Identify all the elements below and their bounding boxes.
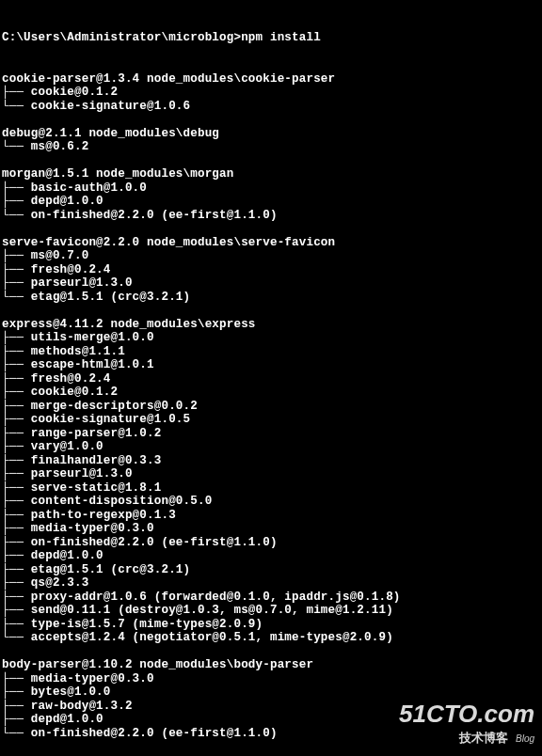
dep-line: └── accepts@1.2.4 (negotiator@0.5.1, mim… bbox=[2, 631, 540, 645]
package-header: express@4.11.2 node_modules\express bbox=[2, 318, 540, 332]
package-header: body-parser@1.10.2 node_modules\body-par… bbox=[2, 658, 540, 672]
command-prompt: C:\Users\Administrator\microblog>npm ins… bbox=[2, 31, 540, 45]
package-header: debug@2.1.1 node_modules\debug bbox=[2, 127, 540, 141]
dep-line: └── cookie-signature@1.0.6 bbox=[2, 100, 540, 114]
dep-line: ├── parseurl@1.3.0 bbox=[2, 467, 540, 481]
dep-line: ├── proxy-addr@1.0.6 (forwarded@0.1.0, i… bbox=[2, 591, 540, 605]
dep-line: ├── on-finished@2.2.0 (ee-first@1.1.0) bbox=[2, 536, 540, 550]
dep-line: └── on-finished@2.2.0 (ee-first@1.1.0) bbox=[2, 209, 540, 223]
dep-line: ├── methods@1.1.1 bbox=[2, 345, 540, 359]
dep-line: ├── media-typer@0.3.0 bbox=[2, 672, 540, 686]
dep-line: ├── cookie@0.1.2 bbox=[2, 86, 540, 100]
dep-line: ├── finalhandler@0.3.3 bbox=[2, 454, 540, 468]
terminal-output: C:\Users\Administrator\microblog>npm ins… bbox=[0, 0, 542, 756]
dep-line: ├── content-disposition@0.5.0 bbox=[2, 495, 540, 509]
dep-line: └── etag@1.5.1 (crc@3.2.1) bbox=[2, 291, 540, 305]
dep-line: ├── cookie-signature@1.0.5 bbox=[2, 413, 540, 427]
package-header: cookie-parser@1.3.4 node_modules\cookie-… bbox=[2, 72, 540, 87]
blank-line bbox=[2, 304, 540, 318]
dep-line: ├── utils-merge@1.0.0 bbox=[2, 331, 540, 345]
dep-line: ├── parseurl@1.3.0 bbox=[2, 276, 540, 291]
package-header: morgan@1.5.1 node_modules\morgan bbox=[2, 167, 540, 181]
dep-line: ├── media-typer@0.3.0 bbox=[2, 522, 540, 536]
watermark-blog: Blog bbox=[516, 733, 534, 744]
dep-line: ├── range-parser@1.0.2 bbox=[2, 427, 540, 441]
dep-line: ├── etag@1.5.1 (crc@3.2.1) bbox=[2, 563, 540, 577]
blank-line bbox=[2, 154, 540, 168]
dep-line: ├── merge-descriptors@0.0.2 bbox=[2, 400, 540, 414]
dep-line: └── ms@0.6.2 bbox=[2, 140, 540, 154]
dep-line: ├── ms@0.7.0 bbox=[2, 249, 540, 263]
blank-line bbox=[2, 222, 540, 236]
dep-line: ├── bytes@1.0.0 bbox=[2, 685, 540, 700]
dep-line: ├── escape-html@1.0.1 bbox=[2, 358, 540, 372]
npm-tree: cookie-parser@1.3.4 node_modules\cookie-… bbox=[2, 72, 540, 741]
blank-line bbox=[2, 113, 540, 127]
dep-line: ├── vary@1.0.0 bbox=[2, 440, 540, 454]
dep-line: ├── qs@2.3.3 bbox=[2, 576, 540, 591]
dep-line: ├── fresh@0.2.4 bbox=[2, 263, 540, 277]
dep-line: ├── send@0.11.1 (destroy@1.0.3, ms@0.7.0… bbox=[2, 604, 540, 618]
watermark-subtitle: 技术博客 bbox=[459, 731, 508, 745]
dep-line: ├── serve-static@1.8.1 bbox=[2, 481, 540, 496]
dep-line: ├── path-to-regexp@0.1.3 bbox=[2, 509, 540, 523]
package-header: serve-favicon@2.2.0 node_modules\serve-f… bbox=[2, 236, 540, 250]
watermark-site: 51CTO.com bbox=[399, 700, 534, 729]
dep-line: ├── cookie@0.1.2 bbox=[2, 386, 540, 400]
dep-line: ├── basic-auth@1.0.0 bbox=[2, 181, 540, 196]
dep-line: ├── type-is@1.5.7 (mime-types@2.0.9) bbox=[2, 618, 540, 632]
dep-line: ├── fresh@0.2.4 bbox=[2, 372, 540, 386]
dep-line: ├── depd@1.0.0 bbox=[2, 549, 540, 563]
dep-line: ├── depd@1.0.0 bbox=[2, 195, 540, 209]
blank-line bbox=[2, 645, 540, 659]
watermark: 51CTO.com 技术博客 Blog bbox=[399, 700, 534, 747]
